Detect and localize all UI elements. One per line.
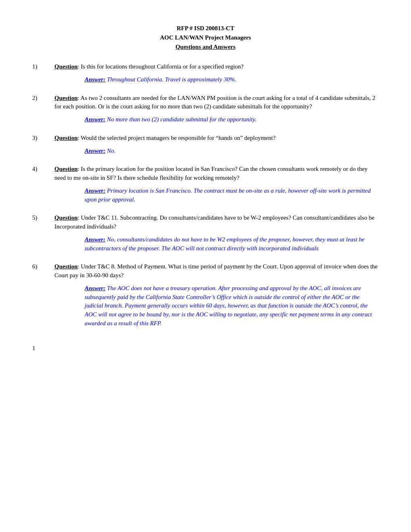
qa-item-5: 5)Question: Under T&C 11. Subcontracting… <box>32 214 379 253</box>
qa-item-4: 4)Question: Is the primary location for … <box>32 165 379 204</box>
answer-block-6: Answer: The AOC does not have a treasury… <box>32 284 379 328</box>
question-label-1: Question <box>54 63 78 70</box>
answer-label-1: Answer: <box>85 76 106 83</box>
question-number-2: 2) <box>32 94 54 112</box>
question-label-2: Question <box>54 95 78 101</box>
answer-text-1: Answer: Throughout California. Travel is… <box>85 76 236 83</box>
question-block-2: 2)Question: As two 2 consultants are nee… <box>32 94 379 112</box>
answer-text-6: Answer: The AOC does not have a treasury… <box>85 285 372 326</box>
answer-block-1: Answer: Throughout California. Travel is… <box>32 75 379 84</box>
question-text-5: Question: Under T&C 11. Subcontracting. … <box>54 214 379 231</box>
question-label-4: Question <box>54 166 78 172</box>
question-number-1: 1) <box>32 62 54 71</box>
question-text-1: Question: Is this for locations througho… <box>54 62 244 71</box>
qa-item-6: 6)Question: Under T&C 8. Method of Payme… <box>32 262 379 328</box>
section-title: Questions and Answers <box>32 43 379 51</box>
question-text-3: Question: Would the selected project man… <box>54 134 276 143</box>
answer-text-3: Answer: No. <box>85 148 116 154</box>
answer-text-5: Answer: No, consultants/candidates do no… <box>85 236 365 251</box>
answer-block-3: Answer: No. <box>32 147 379 156</box>
answer-label-2: Answer: <box>85 116 106 123</box>
question-number-3: 3) <box>32 134 54 143</box>
question-label-5: Question <box>54 214 78 221</box>
question-text-6: Question: Under T&C 8. Method of Payment… <box>54 262 379 280</box>
question-number-5: 5) <box>32 214 54 231</box>
answer-text-4: Answer: Primary location is San Francisc… <box>85 187 371 203</box>
answer-block-5: Answer: No, consultants/candidates do no… <box>32 235 379 253</box>
qa-item-2: 2)Question: As two 2 consultants are nee… <box>32 94 379 124</box>
project-title: AOC LAN/WAN Project Managers <box>32 33 379 42</box>
question-label-6: Question <box>54 263 78 270</box>
document-header: RFP # ISD 200813-CT AOC LAN/WAN Project … <box>32 24 379 51</box>
question-block-5: 5)Question: Under T&C 11. Subcontracting… <box>32 214 379 231</box>
answer-label-5: Answer: <box>85 236 106 243</box>
question-block-1: 1)Question: Is this for locations throug… <box>32 62 379 71</box>
answer-label-3: Answer: <box>85 148 106 154</box>
question-block-4: 4)Question: Is the primary location for … <box>32 165 379 183</box>
question-text-4: Question: Is the primary location for th… <box>54 165 379 183</box>
answer-text-2: Answer: No more than two (2) candidate s… <box>85 116 257 123</box>
qa-item-3: 3)Question: Would the selected project m… <box>32 134 379 156</box>
answer-block-2: Answer: No more than two (2) candidate s… <box>32 115 379 124</box>
qa-item-1: 1)Question: Is this for locations throug… <box>32 62 379 84</box>
answer-label-4: Answer: <box>85 187 106 194</box>
qa-list: 1)Question: Is this for locations throug… <box>32 62 379 328</box>
question-number-6: 6) <box>32 262 54 280</box>
page-number: 1 <box>32 344 379 353</box>
question-label-3: Question <box>54 135 78 141</box>
question-block-3: 3)Question: Would the selected project m… <box>32 134 379 143</box>
question-text-2: Question: As two 2 consultants are neede… <box>54 94 379 112</box>
answer-block-4: Answer: Primary location is San Francisc… <box>32 187 379 204</box>
rfp-number: RFP # ISD 200813-CT <box>32 24 379 33</box>
question-number-4: 4) <box>32 165 54 183</box>
answer-label-6: Answer: <box>85 285 106 291</box>
question-block-6: 6)Question: Under T&C 8. Method of Payme… <box>32 262 379 280</box>
